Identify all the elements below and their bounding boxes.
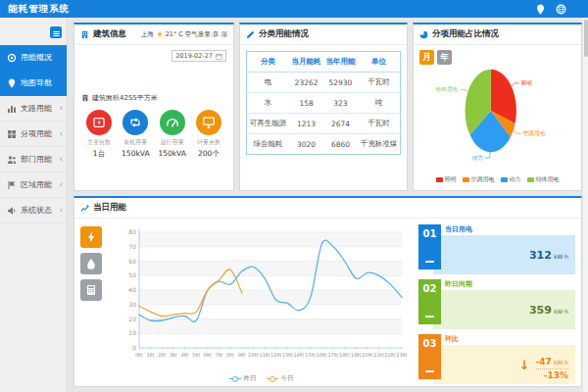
- line-series: [139, 240, 402, 321]
- edit-icon: [246, 30, 255, 39]
- pie-toggle-月[interactable]: 月: [419, 50, 434, 65]
- line-legend-item[interactable]: 今日: [267, 374, 294, 383]
- daily-stats: 01 当日用电 312kW·h 02 昨日同期 359kW·h: [418, 222, 575, 382]
- panel-title: 当日用能: [93, 202, 126, 214]
- pie-label: 动力: [472, 155, 484, 161]
- building-stat-label: 运行容量: [155, 138, 190, 147]
- pie-legend-item[interactable]: 照明: [436, 175, 457, 184]
- chevron-left-icon: ‹: [59, 104, 63, 113]
- sidebar-collapse-button[interactable]: [50, 26, 62, 38]
- weather-city: 上海: [141, 30, 154, 39]
- svg-text:2时: 2时: [158, 352, 166, 358]
- sidebar-item-system-status[interactable]: 系统状态‹: [0, 198, 67, 223]
- subitem-share-panel: 分项用能占比情况 月年 照明空调用电动力特殊用电 照明空调用电动力特殊用电: [413, 23, 582, 191]
- sidebar-item-branch-energy[interactable]: 支路用能‹: [0, 96, 67, 122]
- energy-toggle-meter[interactable]: [80, 279, 102, 301]
- table-row: 综合能耗30206860千克标准煤: [247, 134, 401, 155]
- svg-text:50: 50: [128, 271, 136, 278]
- building-stat-value: 200个: [191, 149, 226, 159]
- map-pin-icon: [7, 78, 17, 88]
- building-info-panel: 建筑信息 上海 21° C 空气质量:良 湿: [74, 23, 234, 191]
- pie-legend-item[interactable]: 空调用电: [463, 175, 495, 184]
- globe-icon[interactable]: [556, 4, 566, 15]
- sidebar-item-overview[interactable]: 用能概况: [0, 45, 67, 71]
- table-cell: 52930: [323, 73, 358, 93]
- svg-text:3时: 3时: [169, 352, 176, 358]
- sidebar-item-label: 部门用能: [21, 154, 52, 165]
- stat-value: 312kW·h: [529, 249, 568, 262]
- sidebar-item-dept-energy[interactable]: 部门用能‹: [0, 147, 67, 172]
- daily-energy-panel: 当日用能 010203040506070800时1时2时3时4时5时6时7时8时…: [74, 196, 582, 387]
- sidebar-item-label: 系统状态: [21, 205, 52, 216]
- redacted-label: [157, 52, 169, 60]
- svg-text:40: 40: [128, 286, 136, 293]
- weather-air: 空气质量:良: [185, 30, 220, 39]
- building-stat-label: 计量点数: [191, 138, 226, 147]
- chevron-left-icon: ‹: [59, 155, 63, 164]
- table-row: 电2326252930千瓦时: [247, 73, 401, 93]
- pie-label-line: [485, 152, 490, 158]
- svg-text:0: 0: [132, 344, 136, 351]
- building-stat: 装机容量150kVA: [118, 110, 153, 159]
- pie-label-line: [461, 89, 468, 92]
- calendar-icon: [216, 53, 222, 60]
- building-stat: 主变台数1台: [81, 110, 117, 159]
- line-chart: 010203040506070800时1时2时3时4时5时6时7时8时9时10时…: [114, 222, 410, 369]
- table-cell: 千克标准煤: [358, 134, 401, 155]
- pie-label: 照明: [521, 79, 533, 86]
- location-pin-icon[interactable]: [535, 4, 546, 15]
- stat-label: 环比: [445, 334, 575, 345]
- svg-text:0时: 0时: [134, 352, 142, 358]
- sidebar-item-map-nav[interactable]: 地图导航: [0, 71, 67, 96]
- scrollbar-thumb[interactable]: [584, 20, 588, 57]
- svg-text:30: 30: [128, 301, 136, 308]
- pie-chart: 照明空调用电动力特殊用电: [417, 56, 577, 168]
- monitor-icon: [196, 110, 221, 135]
- table-header: 分类: [247, 52, 290, 73]
- main-content: 建筑信息 上海 21° C 空气质量:良 湿: [68, 18, 588, 392]
- sidebar-item-label: 分项用能: [21, 128, 52, 139]
- redacted-building-name: [81, 51, 154, 61]
- stat-badge: 03: [418, 334, 441, 379]
- svg-text:20时: 20时: [362, 352, 372, 358]
- building-stat: 计量点数200个: [191, 110, 226, 159]
- building-stat-label: 装机容量: [118, 138, 153, 147]
- table-cell: 23262: [289, 73, 323, 93]
- pie-legend: 照明空调用电动力特殊用电: [417, 175, 577, 187]
- redacted-text: [81, 79, 191, 88]
- svg-text:19时: 19时: [350, 352, 361, 358]
- building-stat-value: 150kVA: [155, 149, 190, 158]
- line-legend-item[interactable]: 昨日: [229, 374, 257, 383]
- pie-label: 空调用电: [523, 129, 546, 137]
- svg-text:16时: 16时: [316, 352, 326, 358]
- pie-legend-item[interactable]: 动力: [501, 175, 521, 184]
- scrollbar[interactable]: [583, 18, 588, 392]
- stat-label: 当日用电: [445, 224, 575, 235]
- pie-legend-item[interactable]: 特殊用电: [527, 175, 560, 184]
- table-row: 水158323吨: [247, 93, 401, 114]
- energy-toggle-bolt[interactable]: [80, 226, 102, 248]
- sidebar-item-region-energy[interactable]: 区域用能‹: [0, 172, 67, 198]
- stat-badge: 01: [418, 224, 441, 270]
- svg-text:5时: 5时: [192, 352, 200, 358]
- table-header: 当年用能: [323, 52, 358, 73]
- energy-toggle-water-drop[interactable]: [80, 253, 102, 274]
- sidebar-item-subitem-energy[interactable]: 分项用能‹: [0, 122, 67, 147]
- chevron-left-icon: ‹: [59, 129, 63, 138]
- svg-text:23时: 23时: [396, 352, 407, 358]
- table-cell: 水: [247, 93, 290, 114]
- bar-chart-icon: [7, 104, 17, 114]
- pie-icon: [419, 30, 428, 39]
- sidebar: 用能概况地图导航支路用能‹分项用能‹部门用能‹区域用能‹系统状态‹: [0, 18, 68, 392]
- svg-text:60: 60: [128, 258, 136, 265]
- table-cell: 158: [289, 93, 323, 114]
- hamburger-icon: [52, 24, 61, 42]
- category-energy-panel: 分类用能情况 分类当月能耗当年用能单位电2326252930千瓦时水158323…: [239, 23, 408, 191]
- pie-toggle-年[interactable]: 年: [437, 50, 452, 65]
- sidebar-item-label: 支路用能: [21, 103, 52, 114]
- date-input[interactable]: 2019-02-27: [172, 50, 226, 62]
- redacted-text: [81, 67, 158, 75]
- building-icon: [80, 30, 89, 39]
- weather-bar: 上海 21° C 空气质量:良 湿: [141, 30, 227, 39]
- svg-text:10时: 10时: [247, 352, 258, 358]
